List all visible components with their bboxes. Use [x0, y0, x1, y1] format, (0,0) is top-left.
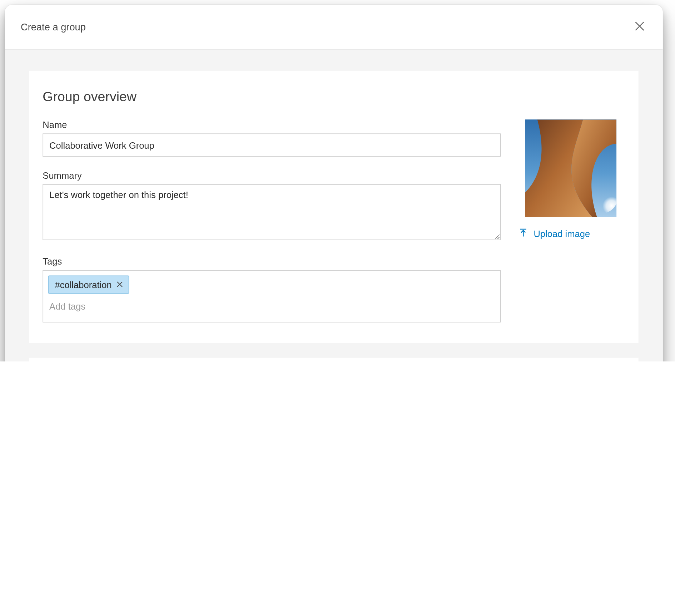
modal-body: Group overview Name Summary Tags [5, 50, 663, 361]
group-membership-section: Group membership Who can view this group… [29, 358, 639, 361]
modal-header: Create a group [5, 5, 663, 50]
tag-chip-label: #collaboration [55, 280, 111, 290]
upload-image-button[interactable]: Upload image [519, 228, 590, 240]
group-thumbnail [525, 119, 617, 217]
summary-input[interactable] [43, 184, 501, 240]
tags-input-container[interactable]: #collaboration [43, 270, 501, 322]
upload-image-label: Upload image [533, 228, 590, 239]
section-title-overview: Group overview [43, 89, 625, 105]
summary-field: Summary [43, 170, 501, 243]
tag-chip[interactable]: #collaboration [48, 276, 129, 294]
modal-title: Create a group [21, 22, 86, 33]
tags-input[interactable] [48, 297, 495, 313]
close-button[interactable] [631, 19, 648, 36]
name-input[interactable] [43, 133, 501, 157]
close-icon [634, 21, 645, 34]
name-label: Name [43, 119, 501, 130]
create-group-modal: Create a group Group overview Name [5, 5, 663, 361]
group-overview-section: Group overview Name Summary Tags [29, 71, 639, 343]
close-icon [116, 280, 123, 289]
summary-label: Summary [43, 170, 501, 181]
upload-icon [519, 228, 527, 240]
name-field: Name [43, 119, 501, 157]
tags-label: Tags [43, 256, 501, 266]
tags-field: Tags #collaboration [43, 256, 501, 322]
tag-remove-button[interactable] [115, 280, 124, 289]
